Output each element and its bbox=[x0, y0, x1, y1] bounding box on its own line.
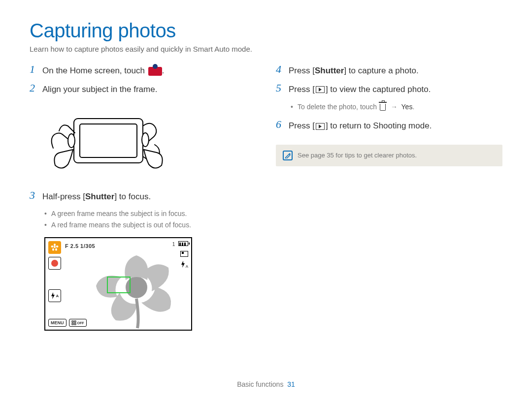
manual-page: Capturing photos Learn how to capture ph… bbox=[0, 0, 532, 401]
smart-auto-icon bbox=[148, 67, 162, 76]
step-5: 5 Press [] to view the captured photo. bbox=[276, 83, 502, 95]
shot-count: 1 bbox=[172, 241, 188, 247]
step-2: 2 Align your subject in the frame. bbox=[30, 83, 256, 95]
note-text: See page 35 for tips to get clearer phot… bbox=[298, 152, 417, 159]
menu-button-icon: MENU bbox=[48, 319, 66, 327]
flash-auto-icon: A bbox=[48, 289, 61, 302]
step-number: 3 bbox=[30, 190, 37, 201]
battery-icon bbox=[178, 241, 188, 246]
macro-flower-icon bbox=[48, 241, 61, 254]
trash-icon bbox=[380, 104, 386, 111]
bullet-red-frame: A red frame means the subject is out of … bbox=[44, 219, 256, 230]
tip-note: See page 35 for tips to get clearer phot… bbox=[276, 145, 502, 166]
step-text: Half-press [Shutter] to focus. bbox=[42, 190, 151, 203]
step-number: 1 bbox=[30, 64, 37, 75]
focus-rectangle bbox=[107, 277, 131, 293]
hands-holding-camera-illustration bbox=[44, 101, 172, 180]
playback-icon bbox=[316, 123, 325, 130]
bullet-green-frame: A green frame means the subject is in fo… bbox=[44, 208, 256, 219]
step-4: 4 Press [Shutter] to capture a photo. bbox=[276, 64, 502, 77]
svg-rect-1 bbox=[80, 124, 137, 157]
page-footer: Basic functions 31 bbox=[0, 380, 532, 388]
step-3: 3 Half-press [Shutter] to focus. bbox=[30, 190, 256, 203]
step-number: 4 bbox=[276, 64, 284, 75]
screen-right-icons: 1 A bbox=[172, 241, 188, 269]
page-subtitle: Learn how to capture photos easily and q… bbox=[30, 45, 502, 53]
step-text: Press [Shutter] to capture a photo. bbox=[289, 64, 419, 77]
step-text: On the Home screen, touch . bbox=[42, 64, 164, 77]
svg-rect-11 bbox=[72, 321, 73, 322]
playback-icon bbox=[316, 86, 325, 93]
delete-instruction: To delete the photo, touch → Yes. bbox=[291, 101, 502, 112]
step-number: 5 bbox=[276, 83, 284, 93]
screen-bottom-left: MENU OFF bbox=[48, 319, 87, 327]
step-number: 6 bbox=[276, 119, 284, 130]
right-column: 4 Press [Shutter] to capture a photo. 5 … bbox=[276, 64, 502, 331]
step-text: Align your subject in the frame. bbox=[42, 83, 157, 95]
focus-bullets: A green frame means the subject is in fo… bbox=[44, 208, 256, 230]
step-text: Press [] to return to Shooting mode. bbox=[289, 119, 432, 132]
svg-point-5 bbox=[54, 246, 56, 248]
step-1: 1 On the Home screen, touch . bbox=[30, 64, 256, 77]
svg-point-3 bbox=[142, 133, 149, 147]
svg-rect-12 bbox=[74, 321, 76, 322]
step-text: Press [] to view the captured photo. bbox=[289, 83, 431, 95]
svg-point-7 bbox=[56, 246, 59, 247]
svg-rect-13 bbox=[72, 323, 73, 325]
note-icon bbox=[283, 151, 293, 160]
mode-icon bbox=[180, 251, 188, 257]
content-columns: 1 On the Home screen, touch . 2 Align yo… bbox=[30, 64, 502, 331]
svg-point-10 bbox=[51, 246, 54, 247]
screen-left-icons: A bbox=[48, 241, 61, 302]
flower-subject-icon bbox=[87, 246, 186, 329]
step-6: 6 Press [] to return to Shooting mode. bbox=[276, 119, 502, 132]
svg-rect-14 bbox=[74, 323, 76, 325]
step-number: 2 bbox=[30, 83, 37, 93]
page-title: Capturing photos bbox=[30, 20, 502, 42]
delete-bullet: To delete the photo, touch → Yes. bbox=[291, 101, 502, 112]
off-button-icon: OFF bbox=[69, 319, 87, 327]
record-icon bbox=[48, 257, 61, 270]
svg-point-9 bbox=[52, 248, 54, 251]
page-number: 31 bbox=[287, 380, 295, 388]
svg-point-2 bbox=[68, 134, 75, 148]
left-column: 1 On the Home screen, touch . 2 Align yo… bbox=[30, 64, 256, 331]
exif-readout: F 2.5 1/305 bbox=[65, 243, 95, 249]
camera-screen-illustration: F 2.5 1/305 A 1 bbox=[44, 237, 192, 331]
svg-point-6 bbox=[54, 244, 56, 246]
svg-point-8 bbox=[55, 248, 57, 251]
section-name: Basic functions bbox=[237, 380, 283, 388]
flash-status-icon: A bbox=[181, 261, 188, 269]
